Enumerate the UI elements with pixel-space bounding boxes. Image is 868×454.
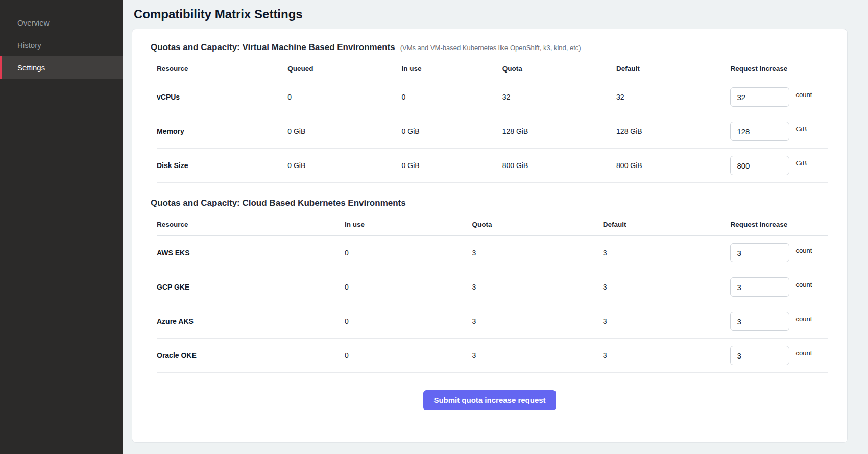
vm-quota-table: Resource Queued In use Quota Default Req… xyxy=(150,60,830,183)
default-value: 3 xyxy=(603,283,731,291)
quota-value: 3 xyxy=(472,317,603,325)
unit-label: count xyxy=(795,247,812,254)
table-row: Disk Size 0 GiB 0 GiB 800 GiB 800 GiB Gi… xyxy=(157,149,828,183)
in-use-value: 0 GiB xyxy=(402,161,502,170)
resource-name: GCP GKE xyxy=(157,283,345,291)
vm-quotas-section: Quotas and Capacity: Virtual Machine Bas… xyxy=(150,42,830,183)
vm-section-heading: Quotas and Capacity: Virtual Machine Bas… xyxy=(150,42,830,53)
unit-label: GiB xyxy=(795,159,807,167)
app-window: Overview History Settings Compatibility … xyxy=(0,0,868,454)
quota-input-oracle-oke[interactable] xyxy=(730,346,789,365)
sidebar-item-overview[interactable]: Overview xyxy=(0,11,123,34)
resource-name: Azure AKS xyxy=(157,317,345,325)
quota-value: 3 xyxy=(472,249,603,257)
resource-name: Memory xyxy=(157,127,287,135)
quota-input-disk-size[interactable] xyxy=(730,156,789,175)
quota-value: 32 xyxy=(502,93,616,101)
in-use-value: 0 xyxy=(345,249,472,257)
request-increase-cell: count xyxy=(730,271,828,303)
request-increase-cell: count xyxy=(730,237,828,269)
resource-name: Disk Size xyxy=(157,161,287,170)
in-use-value: 0 xyxy=(402,93,502,101)
card-footer: Submit quota increase request xyxy=(150,390,830,410)
quota-value: 800 GiB xyxy=(502,161,616,170)
default-value: 3 xyxy=(603,249,731,257)
in-use-value: 0 xyxy=(345,317,472,325)
quota-input-aws-eks[interactable] xyxy=(730,243,789,262)
unit-label: count xyxy=(795,281,812,289)
request-increase-cell: GiB xyxy=(730,150,828,181)
vm-section-subtitle: (VMs and VM-based Kubernetes like OpenSh… xyxy=(400,44,581,52)
vm-col-default: Default xyxy=(616,60,730,80)
resource-name: Oracle OKE xyxy=(157,351,345,360)
quota-input-vcpus[interactable] xyxy=(730,87,789,107)
resource-name: vCPUs xyxy=(157,93,287,101)
default-value: 32 xyxy=(616,93,730,101)
cloud-table-header-row: Resource In use Quota Default Request In… xyxy=(157,216,828,236)
queued-value: 0 xyxy=(287,93,401,101)
submit-quota-increase-button[interactable]: Submit quota increase request xyxy=(423,390,556,410)
cloud-col-in-use: In use xyxy=(345,216,472,235)
vm-col-queued: Queued xyxy=(287,60,401,80)
cloud-quota-table: Resource In use Quota Default Request In… xyxy=(150,216,830,373)
request-increase-cell: count xyxy=(730,340,828,371)
cloud-col-resource: Resource xyxy=(157,216,345,235)
default-value: 3 xyxy=(603,351,731,360)
in-use-value: 0 xyxy=(345,283,472,291)
sidebar: Overview History Settings xyxy=(0,0,123,454)
cloud-col-quota: Quota xyxy=(472,216,603,235)
main-content: Compatibility Matrix Settings Quotas and… xyxy=(123,0,868,454)
request-increase-cell: count xyxy=(730,305,828,337)
quota-value: 3 xyxy=(472,283,603,291)
table-row: AWS EKS 0 3 3 count xyxy=(157,236,828,270)
resource-name: AWS EKS xyxy=(157,249,345,257)
table-row: Oracle OKE 0 3 3 count xyxy=(157,339,828,373)
table-row: Azure AKS 0 3 3 count xyxy=(157,304,828,339)
vm-table-header-row: Resource Queued In use Quota Default Req… xyxy=(157,60,828,80)
sidebar-item-history[interactable]: History xyxy=(0,34,123,56)
unit-label: GiB xyxy=(795,125,807,133)
default-value: 3 xyxy=(603,317,731,325)
page-title: Compatibility Matrix Settings xyxy=(132,7,848,21)
quota-value: 3 xyxy=(472,351,603,360)
quota-input-memory[interactable] xyxy=(730,122,789,141)
unit-label: count xyxy=(795,349,812,357)
default-value: 128 GiB xyxy=(616,127,730,135)
table-row: Memory 0 GiB 0 GiB 128 GiB 128 GiB GiB xyxy=(157,114,828,149)
cloud-section-title: Quotas and Capacity: Cloud Based Kuberne… xyxy=(151,198,406,208)
table-row: GCP GKE 0 3 3 count xyxy=(157,270,828,304)
request-increase-cell: GiB xyxy=(730,115,828,147)
vm-col-resource: Resource xyxy=(157,60,287,80)
sidebar-item-settings[interactable]: Settings xyxy=(0,56,123,79)
in-use-value: 0 xyxy=(345,351,472,360)
vm-col-request-increase: Request Increase xyxy=(730,60,828,80)
table-row: vCPUs 0 0 32 32 count xyxy=(157,80,828,114)
unit-label: count xyxy=(795,91,812,99)
queued-value: 0 GiB xyxy=(287,161,401,170)
quota-value: 128 GiB xyxy=(502,127,616,135)
vm-section-title: Quotas and Capacity: Virtual Machine Bas… xyxy=(151,42,395,53)
settings-card: Quotas and Capacity: Virtual Machine Bas… xyxy=(132,29,848,443)
cloud-col-default: Default xyxy=(603,216,731,235)
cloud-section-heading: Quotas and Capacity: Cloud Based Kuberne… xyxy=(150,198,830,208)
quota-input-gcp-gke[interactable] xyxy=(730,277,789,297)
default-value: 800 GiB xyxy=(616,161,730,170)
quota-input-azure-aks[interactable] xyxy=(730,312,789,331)
unit-label: count xyxy=(795,315,812,323)
in-use-value: 0 GiB xyxy=(402,127,502,135)
queued-value: 0 GiB xyxy=(287,127,401,135)
cloud-quotas-section: Quotas and Capacity: Cloud Based Kuberne… xyxy=(150,198,830,373)
vm-col-quota: Quota xyxy=(502,60,616,80)
cloud-col-request-increase: Request Increase xyxy=(730,216,828,235)
request-increase-cell: count xyxy=(730,81,828,113)
vm-col-in-use: In use xyxy=(402,60,502,80)
